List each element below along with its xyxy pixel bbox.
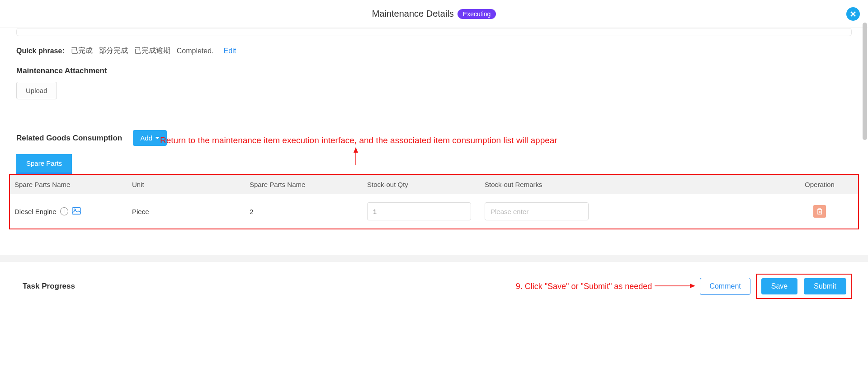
page-title-text: Maintenance Details <box>372 9 454 19</box>
cell-unit: Piece <box>127 194 245 229</box>
th-op: Operation <box>781 175 858 194</box>
cell-spn2: 2 <box>245 194 363 229</box>
cell-operation <box>781 194 858 229</box>
th-remarks: Stock-out Remarks <box>480 175 781 194</box>
tabs-row: Spare Parts <box>16 154 852 174</box>
footer-row: Task Progress 9. Click "Save" or "Submit… <box>16 262 852 299</box>
svg-marker-5 <box>354 147 358 153</box>
annotation-text-2: 9. Click "Save" or "Submit" as needed <box>516 282 696 291</box>
stock-out-remarks-input[interactable] <box>485 202 589 220</box>
annotation-text-1: Return to the maintenance item execution… <box>160 135 557 145</box>
delete-row-button[interactable] <box>813 205 826 218</box>
maintenance-details-modal: Maintenance Details Executing Quick phra… <box>0 0 868 392</box>
close-icon <box>849 10 857 18</box>
maintenance-attachment-heading: Maintenance Attachment <box>16 66 852 75</box>
text-area-bottom-edge[interactable] <box>16 28 852 36</box>
upload-button[interactable]: Upload <box>16 82 57 99</box>
image-icon[interactable] <box>72 207 81 216</box>
section-divider <box>0 255 868 262</box>
row-name-text: Diesel Engine <box>14 208 57 215</box>
svg-marker-3 <box>690 284 695 288</box>
chevron-down-icon <box>155 137 160 139</box>
close-button[interactable] <box>846 7 860 21</box>
trash-icon <box>816 208 823 215</box>
arrow-left-icon <box>655 282 695 291</box>
annotation-highlight-box-table: Spare Parts Name Unit Spare Parts Name S… <box>9 174 859 229</box>
modal-body: Quick phrase: 已完成 部分完成 已完成逾期 Completed. … <box>0 28 868 299</box>
quick-phrase-item-1[interactable]: 已完成 <box>71 46 93 56</box>
modal-title: Maintenance Details Executing <box>372 9 496 19</box>
add-button-label: Add <box>140 134 152 142</box>
th-spn2: Spare Parts Name <box>245 175 363 194</box>
save-button[interactable]: Save <box>761 278 797 294</box>
spare-parts-table: Spare Parts Name Unit Spare Parts Name S… <box>10 175 858 229</box>
cell-qty <box>363 194 480 229</box>
stock-out-qty-input[interactable] <box>367 202 471 220</box>
quick-phrase-edit-link[interactable]: Edit <box>224 47 236 55</box>
th-qty: Stock-out Qty <box>363 175 480 194</box>
quick-phrase-row: Quick phrase: 已完成 部分完成 已完成逾期 Completed. … <box>16 46 852 56</box>
arrow-down-icon <box>353 147 359 167</box>
modal-header: Maintenance Details Executing <box>0 0 868 28</box>
quick-phrase-item-4[interactable]: Completed. <box>177 47 214 55</box>
quick-phrase-item-2[interactable]: 部分完成 <box>99 46 128 56</box>
quick-phrase-item-3[interactable]: 已完成逾期 <box>134 46 170 56</box>
task-progress-heading: Task Progress <box>23 282 75 291</box>
status-badge: Executing <box>458 9 496 19</box>
quick-phrase-label: Quick phrase: <box>16 47 65 55</box>
tab-spare-parts[interactable]: Spare Parts <box>16 154 72 174</box>
comment-button[interactable]: Comment <box>700 278 750 295</box>
annotation-2-text: 9. Click "Save" or "Submit" as needed <box>516 282 652 291</box>
th-name: Spare Parts Name <box>10 175 127 194</box>
scrollbar-thumb[interactable] <box>863 23 867 140</box>
cell-name: Diesel Engine i <box>10 194 127 229</box>
related-goods-heading: Related Goods Consumption <box>16 134 122 143</box>
info-icon[interactable]: i <box>60 207 68 215</box>
submit-button[interactable]: Submit <box>804 278 846 294</box>
cell-remarks <box>480 194 781 229</box>
th-unit: Unit <box>127 175 245 194</box>
table-header: Spare Parts Name Unit Spare Parts Name S… <box>10 175 858 194</box>
table-row: Diesel Engine i Piece 2 <box>10 194 858 229</box>
annotation-highlight-box-buttons: Save Submit <box>756 274 852 299</box>
